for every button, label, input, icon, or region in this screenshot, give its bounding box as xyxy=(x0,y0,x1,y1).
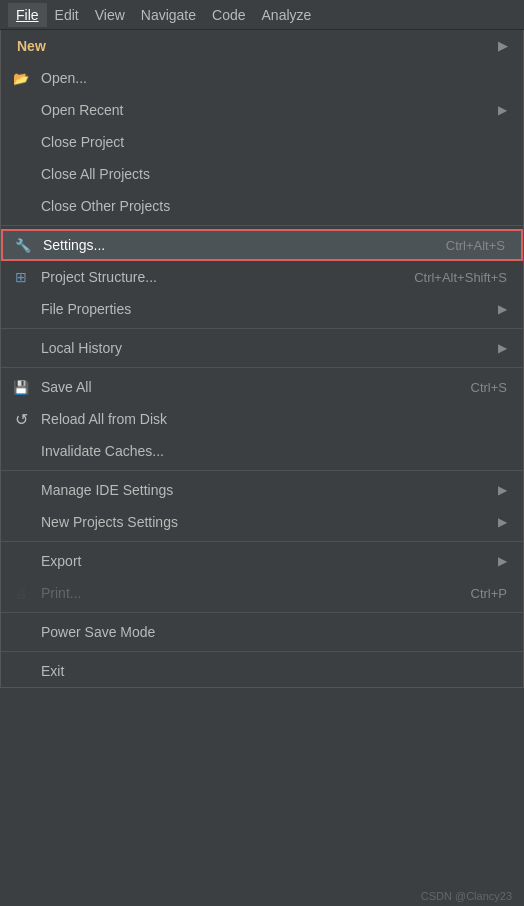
menu-item-open-recent[interactable]: Open Recent ▶ xyxy=(1,94,523,126)
menu-item-close-all-projects[interactable]: Close All Projects xyxy=(1,158,523,190)
menu-item-print[interactable]: Print... Ctrl+P xyxy=(1,577,523,609)
exit-label: Exit xyxy=(41,663,64,679)
divider-6 xyxy=(1,612,523,613)
divider-5 xyxy=(1,541,523,542)
menu-item-export[interactable]: Export ▶ xyxy=(1,545,523,577)
menu-item-exit[interactable]: Exit xyxy=(1,655,523,687)
project-structure-label: Project Structure... xyxy=(41,269,157,285)
menu-bar: File Edit View Navigate Code Analyze xyxy=(0,0,524,30)
file-properties-arrow: ▶ xyxy=(498,302,507,316)
settings-label: Settings... xyxy=(43,237,105,253)
manage-ide-label: Manage IDE Settings xyxy=(41,482,173,498)
open-recent-label: Open Recent xyxy=(41,102,124,118)
file-dropdown-menu: New ▶ Open... Open Recent ▶ Close Projec… xyxy=(0,30,524,688)
menu-item-new-projects-settings[interactable]: New Projects Settings ▶ xyxy=(1,506,523,538)
open-recent-arrow: ▶ xyxy=(498,103,507,117)
new-label: New xyxy=(17,38,46,54)
menu-item-local-history[interactable]: Local History ▶ xyxy=(1,332,523,364)
local-history-label: Local History xyxy=(41,340,122,356)
reload-icon xyxy=(11,409,31,429)
menubar-edit[interactable]: Edit xyxy=(47,3,87,27)
local-history-arrow: ▶ xyxy=(498,341,507,355)
manage-ide-arrow: ▶ xyxy=(498,483,507,497)
export-label: Export xyxy=(41,553,81,569)
menu-item-file-properties[interactable]: File Properties ▶ xyxy=(1,293,523,325)
divider-3 xyxy=(1,367,523,368)
menu-item-reload-disk[interactable]: Reload All from Disk xyxy=(1,403,523,435)
power-save-label: Power Save Mode xyxy=(41,624,155,640)
menu-item-manage-ide[interactable]: Manage IDE Settings ▶ xyxy=(1,474,523,506)
menu-item-new[interactable]: New ▶ xyxy=(1,30,523,62)
file-properties-label: File Properties xyxy=(41,301,131,317)
save-all-shortcut: Ctrl+S xyxy=(431,380,507,395)
close-all-label: Close All Projects xyxy=(41,166,150,182)
open-label: Open... xyxy=(41,70,87,86)
project-structure-shortcut: Ctrl+Alt+Shift+S xyxy=(374,270,507,285)
divider-2 xyxy=(1,328,523,329)
print-icon xyxy=(11,583,31,603)
save-all-label: Save All xyxy=(41,379,92,395)
menu-item-project-structure[interactable]: Project Structure... Ctrl+Alt+Shift+S xyxy=(1,261,523,293)
export-arrow: ▶ xyxy=(498,554,507,568)
divider-4 xyxy=(1,470,523,471)
wrench-icon xyxy=(13,235,33,255)
menubar-code[interactable]: Code xyxy=(204,3,253,27)
save-icon xyxy=(11,377,31,397)
menu-item-power-save[interactable]: Power Save Mode xyxy=(1,616,523,648)
menubar-analyze[interactable]: Analyze xyxy=(254,3,320,27)
folder-icon xyxy=(11,68,31,88)
menu-item-invalidate-caches[interactable]: Invalidate Caches... xyxy=(1,435,523,467)
divider-1 xyxy=(1,225,523,226)
new-projects-settings-arrow: ▶ xyxy=(498,515,507,529)
menubar-view[interactable]: View xyxy=(87,3,133,27)
footer-text: CSDN @Clancy23 xyxy=(417,886,516,906)
menu-item-close-project[interactable]: Close Project xyxy=(1,126,523,158)
invalidate-caches-label: Invalidate Caches... xyxy=(41,443,164,459)
reload-disk-label: Reload All from Disk xyxy=(41,411,167,427)
structure-icon xyxy=(11,267,31,287)
menu-item-save-all[interactable]: Save All Ctrl+S xyxy=(1,371,523,403)
menu-item-settings[interactable]: Settings... Ctrl+Alt+S xyxy=(1,229,523,261)
menubar-file[interactable]: File xyxy=(8,3,47,27)
print-shortcut: Ctrl+P xyxy=(431,586,507,601)
new-projects-settings-label: New Projects Settings xyxy=(41,514,178,530)
menu-item-close-other-projects[interactable]: Close Other Projects xyxy=(1,190,523,222)
divider-7 xyxy=(1,651,523,652)
menubar-navigate[interactable]: Navigate xyxy=(133,3,204,27)
new-arrow: ▶ xyxy=(498,39,507,53)
close-other-label: Close Other Projects xyxy=(41,198,170,214)
menu-item-open[interactable]: Open... xyxy=(1,62,523,94)
settings-shortcut: Ctrl+Alt+S xyxy=(406,238,505,253)
close-project-label: Close Project xyxy=(41,134,124,150)
print-label: Print... xyxy=(41,585,81,601)
